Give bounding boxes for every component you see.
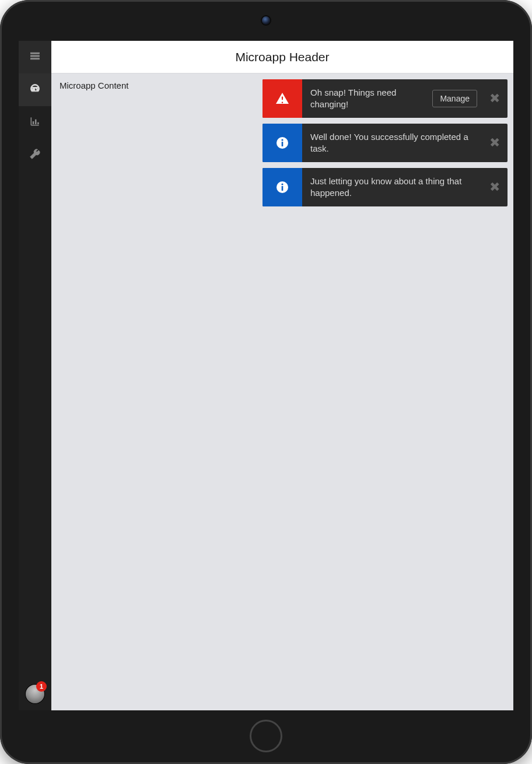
- sidebar-item-dashboard[interactable]: [19, 73, 51, 106]
- svg-rect-0: [31, 52, 40, 54]
- menu-toggle[interactable]: [19, 41, 51, 73]
- svg-rect-1: [31, 55, 40, 57]
- svg-rect-3: [33, 121, 34, 124]
- toast-error: Oh snap! Things need changing! Manage ✖: [262, 79, 508, 118]
- bar-chart-icon: [29, 115, 41, 129]
- main-area: Microapp Header Microapp Content Oh snap…: [51, 41, 513, 710]
- sidebar: 1: [19, 41, 51, 710]
- toast-info: Just letting you know about a thing that…: [262, 168, 508, 206]
- content-text: Microapp Content: [60, 80, 128, 90]
- warning-triangle-icon: [262, 79, 302, 118]
- sidebar-item-analytics[interactable]: [19, 106, 51, 139]
- menu-icon: [29, 50, 41, 64]
- dashboard-icon: [29, 83, 41, 97]
- info-circle-icon: [262, 168, 302, 206]
- page-title: Microapp Header: [235, 50, 329, 64]
- tablet-home-button[interactable]: [250, 720, 282, 752]
- toast-message: Just letting you know about a thing that…: [302, 168, 482, 206]
- svg-rect-5: [37, 122, 39, 124]
- manage-button[interactable]: Manage: [432, 90, 477, 107]
- app-header: Microapp Header: [51, 41, 513, 73]
- wrench-icon: [29, 148, 41, 162]
- svg-rect-7: [282, 142, 284, 146]
- toast-message: Oh snap! Things need changing!: [302, 79, 432, 118]
- user-avatar[interactable]: 1: [19, 678, 51, 710]
- sidebar-item-settings[interactable]: [19, 139, 51, 171]
- svg-rect-4: [35, 120, 37, 124]
- toast-message: Well done! You successfully completed a …: [302, 124, 482, 162]
- svg-rect-10: [282, 186, 284, 191]
- app-content: Microapp Content Oh snap! Things need ch…: [51, 73, 513, 710]
- close-icon[interactable]: ✖: [482, 124, 508, 162]
- app-screen: 1 Microapp Header Microapp Content Oh sn…: [19, 41, 513, 710]
- notification-badge: 1: [36, 681, 47, 692]
- close-icon[interactable]: ✖: [482, 168, 508, 206]
- tablet-camera: [262, 16, 270, 24]
- tablet-bezel: 1 Microapp Header Microapp Content Oh sn…: [0, 0, 532, 764]
- close-icon[interactable]: ✖: [482, 79, 508, 118]
- svg-point-8: [281, 139, 283, 141]
- info-circle-icon: [262, 124, 302, 162]
- svg-rect-2: [31, 58, 40, 59]
- svg-point-11: [281, 183, 283, 185]
- toast-success: Well done! You successfully completed a …: [262, 124, 508, 162]
- toast-stack: Oh snap! Things need changing! Manage ✖ …: [262, 79, 508, 206]
